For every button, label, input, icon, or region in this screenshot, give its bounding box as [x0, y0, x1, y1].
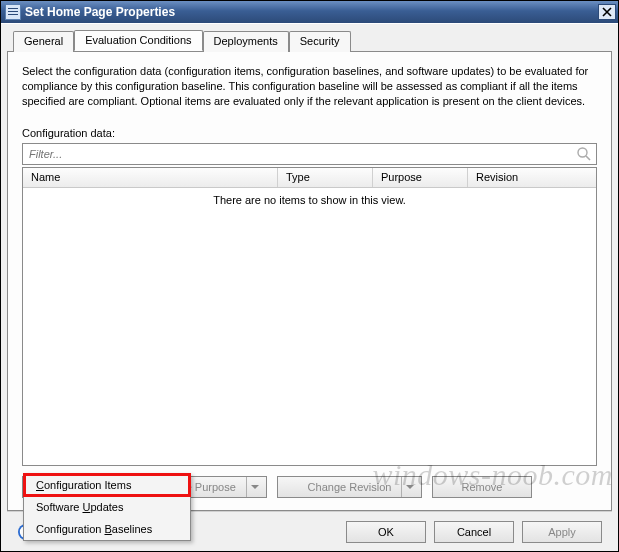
apply-button[interactable]: Apply: [522, 521, 602, 543]
filter-box: [22, 143, 597, 165]
configuration-data-list: Name Type Purpose Revision There are no …: [22, 167, 597, 466]
search-icon[interactable]: [576, 146, 592, 162]
tab-deployments[interactable]: Deployments: [203, 31, 289, 52]
list-empty-message: There are no items to show in this view.: [23, 188, 596, 465]
close-button[interactable]: [598, 4, 616, 20]
title-bar: Set Home Page Properties: [1, 1, 618, 23]
app-icon: [5, 4, 21, 20]
tab-strip: General Evaluation Conditions Deployment…: [7, 30, 612, 51]
configuration-data-label: Configuration data:: [22, 127, 597, 139]
ok-button[interactable]: OK: [346, 521, 426, 543]
change-purpose-caret: [246, 477, 262, 497]
change-revision-label: Change Revision: [308, 481, 392, 493]
menu-item-software-updates[interactable]: Software Updates: [24, 496, 190, 518]
svg-line-1: [586, 156, 590, 160]
change-revision-caret: [401, 477, 417, 497]
menu-label: Software Updates: [36, 501, 123, 513]
menu-label: Configuration Items: [36, 479, 131, 491]
svg-point-0: [578, 148, 587, 157]
tab-evaluation-conditions[interactable]: Evaluation Conditions: [74, 30, 202, 51]
close-icon: [602, 7, 612, 17]
window-title: Set Home Page Properties: [25, 5, 596, 19]
column-type[interactable]: Type: [278, 168, 373, 187]
menu-item-configuration-items[interactable]: Configuration Items: [24, 474, 190, 496]
column-revision[interactable]: Revision: [468, 168, 596, 187]
tab-general[interactable]: General: [13, 31, 74, 52]
description-text: Select the configuration data (configura…: [22, 64, 597, 109]
change-revision-button[interactable]: Change Revision: [277, 476, 422, 498]
column-name[interactable]: Name: [23, 168, 278, 187]
menu-item-configuration-baselines[interactable]: Configuration Baselines: [24, 518, 190, 540]
tab-security[interactable]: Security: [289, 31, 351, 52]
menu-label: Configuration Baselines: [36, 523, 152, 535]
tab-page: Select the configuration data (configura…: [7, 51, 612, 511]
cancel-button[interactable]: Cancel: [434, 521, 514, 543]
chevron-down-icon: [251, 483, 259, 491]
remove-label: Remove: [462, 481, 503, 493]
add-dropdown-menu: Configuration Items Software Updates Con…: [23, 473, 191, 541]
filter-input[interactable]: [27, 147, 576, 161]
column-purpose[interactable]: Purpose: [373, 168, 468, 187]
chevron-down-icon: [406, 483, 414, 491]
dialog-window: Set Home Page Properties General Evaluat…: [0, 0, 619, 552]
list-header: Name Type Purpose Revision: [23, 168, 596, 188]
client-area: General Evaluation Conditions Deployment…: [1, 23, 618, 551]
remove-button[interactable]: Remove: [432, 476, 532, 498]
